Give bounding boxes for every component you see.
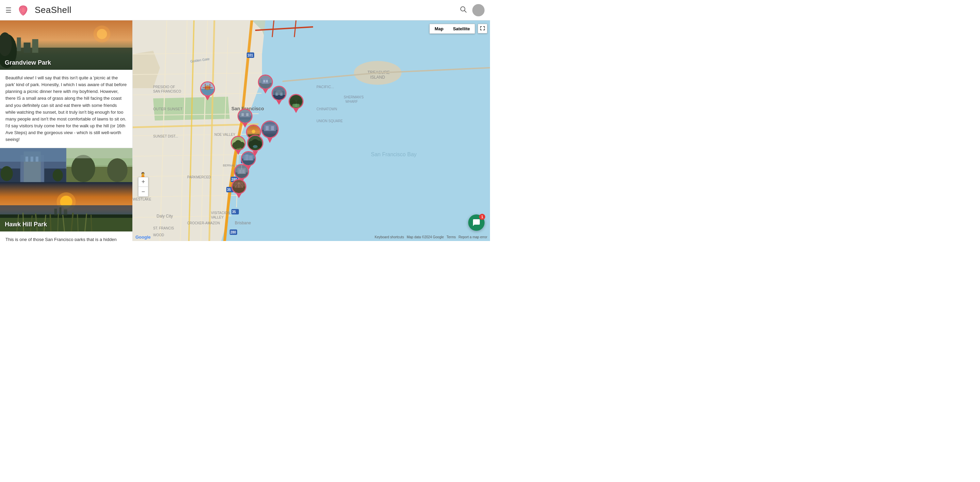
pin-image-10 bbox=[231, 179, 247, 194]
zoom-in-button[interactable]: + bbox=[138, 177, 148, 187]
svg-point-181 bbox=[253, 145, 258, 148]
app-header: ☰ SeaShell bbox=[0, 0, 490, 21]
svg-text:101: 101 bbox=[247, 53, 253, 57]
header-right bbox=[460, 4, 485, 16]
app-title: SeaShell bbox=[35, 5, 72, 15]
svg-point-18 bbox=[1, 166, 13, 181]
svg-rect-21 bbox=[25, 157, 28, 162]
svg-line-42 bbox=[58, 213, 59, 231]
hamburger-icon[interactable]: ☰ bbox=[5, 6, 11, 14]
svg-rect-133 bbox=[272, 95, 285, 100]
svg-text:CHINATOWN: CHINATOWN bbox=[317, 107, 337, 111]
svg-rect-167 bbox=[242, 170, 245, 173]
pin-pointer-11 bbox=[253, 151, 258, 156]
report-map-error[interactable]: Report a map error bbox=[459, 235, 487, 239]
svg-text:PRESIDIO OF: PRESIDIO OF bbox=[153, 85, 175, 89]
grandview-park-card[interactable]: Grandview Park Beautiful view! I will sa… bbox=[0, 21, 132, 148]
grandview-thumb-right bbox=[66, 148, 133, 182]
svg-rect-23 bbox=[36, 157, 38, 162]
app-logo bbox=[16, 3, 30, 18]
svg-point-3 bbox=[477, 8, 479, 10]
svg-text:UNION SQUARE: UNION SQUARE bbox=[317, 119, 343, 123]
map-pin-12[interactable] bbox=[260, 121, 280, 143]
pin-pointer-1 bbox=[205, 95, 210, 100]
map-type-toggle: Map Satellite bbox=[430, 24, 475, 34]
hawk-hill-park-title: Hawk Hill Park bbox=[5, 221, 47, 228]
svg-rect-7 bbox=[17, 37, 21, 51]
svg-point-151 bbox=[252, 130, 255, 133]
map-area[interactable]: TREASURE ISLAND OUTER SUNSET San Francis… bbox=[133, 21, 490, 241]
svg-point-19 bbox=[53, 169, 63, 181]
svg-text:WHARF: WHARF bbox=[345, 100, 358, 103]
pin-pointer-3 bbox=[276, 100, 282, 105]
svg-text:WESTLAKE: WESTLAKE bbox=[133, 197, 151, 201]
pin-image-5 bbox=[237, 108, 253, 124]
header-left: ☰ SeaShell bbox=[5, 3, 72, 18]
svg-text:Daly City: Daly City bbox=[156, 214, 173, 218]
terms-link[interactable]: Terms bbox=[447, 235, 456, 239]
svg-line-41 bbox=[50, 214, 51, 231]
svg-rect-8 bbox=[24, 43, 30, 53]
map-expand-button[interactable] bbox=[478, 24, 487, 33]
map-type-satellite-btn[interactable]: Satellite bbox=[448, 24, 475, 33]
svg-text:OUTER SUNSET: OUTER SUNSET bbox=[153, 107, 182, 111]
hawk-hill-park-card[interactable]: Hawk Hill Park This is one of those San … bbox=[0, 182, 132, 241]
map-attribution: Keyboard shortcuts Map data ©2024 Google… bbox=[375, 235, 487, 239]
search-icon[interactable] bbox=[460, 5, 467, 15]
svg-text:PACIFIC...: PACIFIC... bbox=[317, 85, 334, 89]
svg-rect-49 bbox=[60, 207, 62, 215]
svg-rect-186 bbox=[271, 126, 274, 130]
svg-line-45 bbox=[78, 214, 78, 231]
svg-text:SAN FRANCISCO: SAN FRANCISCO bbox=[153, 89, 181, 93]
pin-image-9 bbox=[234, 164, 249, 179]
map-bottom-bar: Google Keyboard shortcuts Map data ©2024… bbox=[133, 233, 490, 241]
svg-text:PARKMERCED: PARKMERCED bbox=[187, 175, 211, 179]
svg-rect-50 bbox=[64, 209, 67, 215]
svg-rect-48 bbox=[54, 208, 57, 215]
svg-rect-130 bbox=[266, 80, 268, 83]
zoom-out-button[interactable]: − bbox=[138, 187, 148, 196]
pin-image-7 bbox=[231, 136, 246, 151]
svg-text:35: 35 bbox=[232, 210, 236, 214]
svg-rect-147 bbox=[242, 113, 244, 116]
map-zoom-controls: + − bbox=[138, 177, 148, 197]
grandview-park-thumbnails bbox=[0, 148, 132, 182]
pin-pointer-2 bbox=[263, 89, 268, 94]
map-background: TREASURE ISLAND OUTER SUNSET San Francis… bbox=[133, 21, 490, 241]
map-pin-4[interactable] bbox=[288, 94, 305, 113]
svg-line-2 bbox=[465, 11, 466, 12]
svg-point-27 bbox=[71, 155, 95, 182]
svg-rect-185 bbox=[266, 126, 269, 130]
svg-text:SUNSET DIST...: SUNSET DIST... bbox=[153, 134, 178, 138]
map-pin-3[interactable] bbox=[270, 86, 288, 105]
keyboard-shortcuts[interactable]: Keyboard shortcuts bbox=[375, 235, 404, 239]
map-type-map-btn[interactable]: Map bbox=[430, 24, 448, 33]
svg-text:VALLEY: VALLEY bbox=[211, 215, 224, 219]
svg-line-47 bbox=[91, 215, 92, 231]
grandview-park-image: Grandview Park bbox=[0, 21, 132, 70]
card-list[interactable]: Grandview Park Beautiful view! I will sa… bbox=[0, 21, 133, 241]
pin-pointer-12 bbox=[267, 137, 272, 143]
svg-point-157 bbox=[235, 140, 242, 148]
chat-button[interactable]: 1 bbox=[468, 215, 485, 231]
svg-text:Brisbane: Brisbane bbox=[235, 221, 251, 225]
svg-point-28 bbox=[107, 158, 127, 182]
svg-text:San Francisco Bay: San Francisco Bay bbox=[371, 151, 417, 157]
svg-rect-29 bbox=[66, 148, 133, 158]
pin-image-3 bbox=[272, 86, 286, 101]
hawk-hill-park-image: Hawk Hill Park bbox=[0, 182, 132, 231]
avatar[interactable] bbox=[472, 4, 485, 16]
svg-text:CROCKER-AMAZON: CROCKER-AMAZON bbox=[187, 221, 220, 225]
svg-point-136 bbox=[275, 90, 283, 95]
svg-point-0 bbox=[21, 8, 25, 13]
pin-pointer-10 bbox=[236, 193, 242, 198]
pin-image-12 bbox=[261, 121, 279, 138]
grandview-park-title: Grandview Park bbox=[5, 59, 51, 66]
svg-text:ISLAND: ISLAND bbox=[370, 75, 385, 80]
map-pin-1[interactable] bbox=[199, 81, 216, 100]
map-pin-10[interactable] bbox=[231, 179, 247, 198]
svg-rect-166 bbox=[239, 170, 242, 173]
svg-rect-129 bbox=[263, 80, 265, 83]
main-layout: Grandview Park Beautiful view! I will sa… bbox=[0, 21, 490, 241]
svg-text:SHERMAN'S: SHERMAN'S bbox=[344, 95, 364, 99]
